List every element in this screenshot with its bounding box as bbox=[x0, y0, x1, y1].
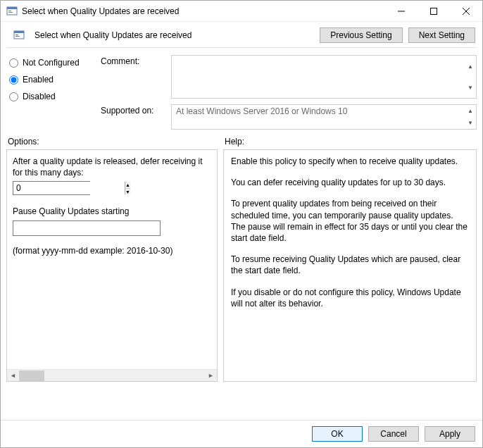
help-text: To prevent quality updates from being re… bbox=[231, 198, 469, 244]
scroll-down-icon[interactable]: ▼ bbox=[465, 77, 476, 98]
scrollbar-thumb[interactable] bbox=[19, 371, 44, 381]
pause-date-input[interactable] bbox=[13, 220, 161, 236]
spin-down-icon[interactable]: ▼ bbox=[125, 189, 130, 195]
svg-rect-11 bbox=[15, 36, 20, 37]
help-heading: Help: bbox=[225, 137, 244, 147]
radio-enabled[interactable]: Enabled bbox=[9, 75, 101, 85]
options-panel: After a quality update is released, defe… bbox=[6, 149, 218, 382]
minimize-button[interactable] bbox=[385, 1, 418, 21]
ok-button[interactable]: OK bbox=[312, 426, 363, 442]
options-heading: Options: bbox=[8, 137, 225, 147]
close-button[interactable] bbox=[450, 1, 482, 21]
radio-label: Disabled bbox=[23, 92, 56, 101]
radio-disabled-input[interactable] bbox=[9, 92, 18, 101]
svg-rect-2 bbox=[8, 11, 11, 11]
radio-enabled-input[interactable] bbox=[9, 75, 18, 85]
pause-updates-label: Pause Quality Updates starting bbox=[13, 206, 211, 216]
supported-label: Supported on: bbox=[101, 104, 164, 116]
defer-days-input[interactable] bbox=[13, 182, 125, 194]
svg-rect-3 bbox=[8, 12, 13, 13]
dialog-footer: OK Cancel Apply bbox=[1, 420, 482, 447]
header: Select when Quality Updates are received… bbox=[1, 22, 482, 47]
page-title: Select when Quality Updates are received bbox=[34, 30, 314, 40]
help-panel: Enable this policy to specify when to re… bbox=[223, 149, 477, 382]
supported-on-box: At least Windows Server 2016 or Windows … bbox=[171, 104, 477, 130]
radio-disabled[interactable]: Disabled bbox=[9, 92, 101, 101]
radio-not-configured-input[interactable] bbox=[9, 58, 18, 68]
maximize-button[interactable] bbox=[418, 1, 450, 21]
defer-days-spinner[interactable]: ▲ ▼ bbox=[13, 181, 90, 195]
radio-label: Enabled bbox=[23, 75, 54, 85]
apply-button[interactable]: Apply bbox=[425, 426, 475, 442]
spin-up-icon[interactable]: ▲ bbox=[125, 182, 130, 189]
supported-on-value: At least Windows Server 2016 or Windows … bbox=[176, 106, 347, 116]
comment-textarea[interactable]: ▲ ▼ bbox=[171, 55, 477, 99]
scroll-left-icon[interactable]: ◄ bbox=[7, 370, 19, 382]
policy-icon bbox=[6, 6, 18, 17]
policy-icon bbox=[13, 30, 25, 41]
divider bbox=[6, 47, 477, 48]
state-radio-group: Not Configured Enabled Disabled bbox=[9, 55, 101, 130]
next-setting-button[interactable]: Next Setting bbox=[408, 27, 475, 43]
svg-rect-5 bbox=[431, 8, 437, 14]
scroll-up-icon[interactable]: ▲ bbox=[465, 56, 476, 77]
svg-rect-1 bbox=[7, 7, 17, 9]
titlebar: Select when Quality Updates are received bbox=[1, 1, 482, 22]
date-format-hint: (format yyyy-mm-dd example: 2016-10-30) bbox=[13, 246, 211, 256]
comment-label: Comment: bbox=[101, 55, 164, 66]
help-text: To resume receiving Quality Updates whic… bbox=[231, 254, 469, 276]
radio-label: Not Configured bbox=[23, 58, 80, 68]
cancel-button[interactable]: Cancel bbox=[368, 426, 419, 442]
help-text: If you disable or do not configure this … bbox=[231, 287, 469, 309]
defer-days-label: After a quality update is released, defe… bbox=[13, 156, 211, 178]
radio-not-configured[interactable]: Not Configured bbox=[9, 58, 101, 68]
horizontal-scrollbar[interactable]: ◄ ► bbox=[7, 369, 217, 381]
svg-rect-10 bbox=[15, 35, 18, 35]
scroll-down-icon[interactable]: ▼ bbox=[465, 117, 476, 129]
window-title: Select when Quality Updates are received bbox=[22, 6, 385, 16]
previous-setting-button[interactable]: Previous Setting bbox=[320, 27, 402, 43]
svg-rect-9 bbox=[14, 31, 24, 33]
help-text: You can defer receiving quality updates … bbox=[231, 177, 469, 188]
scroll-right-icon[interactable]: ► bbox=[205, 370, 217, 382]
scroll-up-icon[interactable]: ▲ bbox=[465, 105, 476, 117]
help-text: Enable this policy to specify when to re… bbox=[231, 156, 469, 167]
